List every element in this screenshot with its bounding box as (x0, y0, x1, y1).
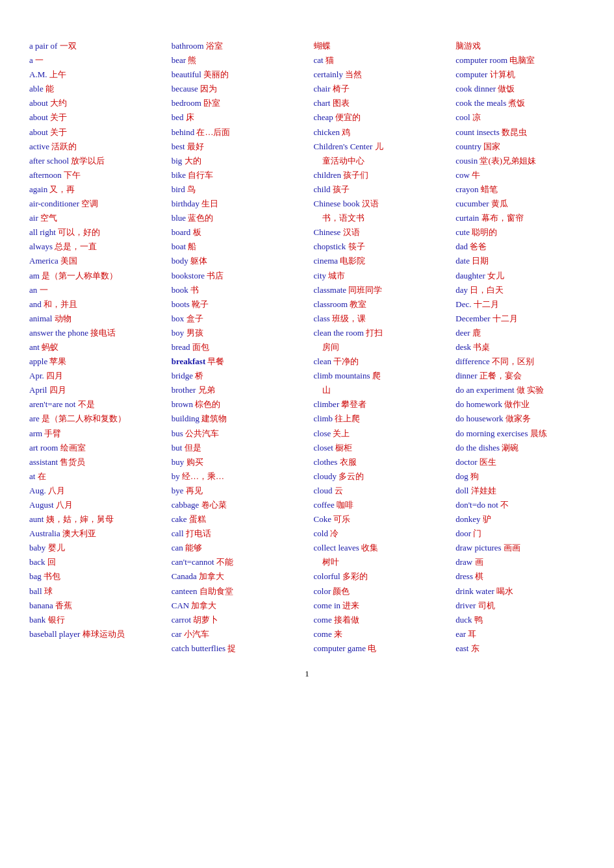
entry-english: body (172, 256, 190, 266)
entry-chinese: 鸡 (342, 127, 350, 137)
entry-chinese: 蝴蝶 (314, 41, 331, 51)
entry-chinese: 因为 (200, 84, 217, 93)
entry-english: deer (455, 328, 472, 338)
entry-english: by (172, 471, 182, 481)
entry: coffee 咖啡 (314, 498, 443, 512)
entry: chopstick 筷子 (314, 240, 443, 254)
entry: Dec. 十二月 (455, 297, 585, 312)
entry-english: drink water (455, 586, 496, 596)
entry: cold 冷 (314, 527, 443, 541)
entry: date 日期 (455, 254, 585, 268)
entry-english: Aug. (29, 486, 48, 495)
entry: Children's Center 儿童活动中心 (314, 140, 443, 168)
entry: aren't=are not 不是 (29, 397, 159, 412)
entry: 蝴蝶 (314, 39, 443, 53)
entry-chinese: 手臂 (44, 428, 61, 438)
entry-english: America (29, 256, 60, 266)
entry-english: ear (455, 629, 468, 639)
entry-english: book (172, 285, 190, 295)
entry: certainly 当然 (314, 68, 443, 82)
entry-chinese: 日期 (472, 256, 489, 266)
entry: class 班级，课 (314, 312, 443, 326)
entry: collect leaves 收集树叶 (314, 541, 443, 569)
entry-chinese: 再见 (186, 486, 203, 495)
entry-english: draw (455, 557, 474, 567)
entry-chinese: 躯体 (190, 256, 207, 266)
entry: cook dinner 做饭 (455, 82, 585, 96)
entry-english: closet (314, 443, 336, 453)
entry: at 在 (29, 469, 159, 484)
entry-english: are (29, 414, 42, 423)
entry: a pair of 一双 (29, 39, 159, 53)
entry-chinese: 电影院 (340, 256, 365, 266)
entry-chinese: 和，并且 (44, 299, 77, 309)
entry-english: classmate (314, 285, 349, 295)
entry-chinese: 女儿 (487, 271, 504, 280)
entry-chinese: 衣服 (340, 457, 357, 467)
entry-chinese: 经…，乘… (182, 471, 224, 481)
entry-chinese: 做家务 (505, 414, 531, 423)
entry-english: computer room (455, 55, 509, 65)
entry-english: cheap (314, 112, 336, 122)
entry-english: count insects (455, 127, 502, 137)
entry: cabbage 卷心菜 (172, 498, 301, 512)
entry-english: an (29, 285, 40, 295)
entry: classmate 同班同学 (314, 283, 443, 297)
entry: am 是（第一人称单数） (29, 269, 159, 283)
entry-chinese: 凉 (472, 112, 481, 122)
entry-english: best (172, 142, 187, 151)
entry-chinese: 书 (190, 285, 199, 295)
entry-chinese: 能够 (185, 543, 202, 552)
entry: bookstore 书店 (172, 269, 301, 283)
entry-english: apple (29, 356, 49, 366)
entry-english: chair (314, 84, 333, 93)
entry-english: country (455, 142, 483, 151)
entry: are 是（第二人称和复数） (29, 412, 159, 426)
entry-chinese: 进来 (342, 601, 359, 610)
entry: desk 书桌 (455, 340, 585, 354)
entry-english: bike (172, 170, 188, 180)
entry: cook the meals 煮饭 (455, 96, 585, 110)
entry-chinese: 四月 (46, 371, 63, 380)
entry-chinese: 十二月 (492, 314, 518, 323)
entry-chinese: 多云的 (339, 471, 364, 481)
entry: assistant 售货员 (29, 455, 159, 469)
entry-chinese: 日，白天 (470, 285, 504, 295)
entry-english: December (455, 314, 492, 323)
entry-chinese: 不能 (216, 557, 233, 567)
entry-english: bear (172, 55, 188, 65)
entry-english: again (29, 184, 49, 194)
entry-english: catch butterflies (172, 643, 228, 653)
entry: because 因为 (172, 82, 301, 96)
entry-english: bedroom (172, 98, 203, 108)
entry-chinese: 来 (334, 629, 342, 639)
entry: bag 书包 (29, 569, 159, 584)
entry-chinese: 蓝色的 (188, 213, 213, 223)
entry-english: coffee (314, 500, 337, 510)
entry-english: arm (29, 428, 44, 438)
entry-english: bank (29, 615, 48, 625)
entry-chinese-cont: 书，语文书 (314, 211, 443, 225)
entry-english: dinner (455, 371, 479, 380)
entry-chinese: 棕色的 (195, 399, 220, 409)
entry: board 板 (172, 225, 301, 240)
entry-chinese: 司机 (478, 601, 495, 610)
entry: color 颜色 (314, 584, 443, 599)
entry-chinese: 国家 (483, 142, 500, 151)
entry-english: about (29, 127, 50, 137)
entry: cake 蛋糕 (172, 512, 301, 527)
entry-chinese: 教室 (350, 299, 366, 309)
entry: August 八月 (29, 498, 159, 512)
entry: after school 放学以后 (29, 154, 159, 168)
entry-english: bed (172, 112, 186, 122)
entry-chinese: 棋 (475, 571, 483, 581)
entry: birthday 生日 (172, 197, 301, 211)
entry: Australia 澳大利亚 (29, 527, 159, 541)
entry-english: call (172, 528, 186, 538)
entry-english: clean the room (314, 328, 366, 338)
entry-english: do morning exercises (455, 428, 530, 438)
entry-chinese: 橱柜 (335, 443, 352, 453)
entry-chinese: 黄瓜 (491, 199, 508, 208)
entry-english: about (29, 112, 50, 122)
entry: cloudy 多云的 (314, 469, 443, 484)
